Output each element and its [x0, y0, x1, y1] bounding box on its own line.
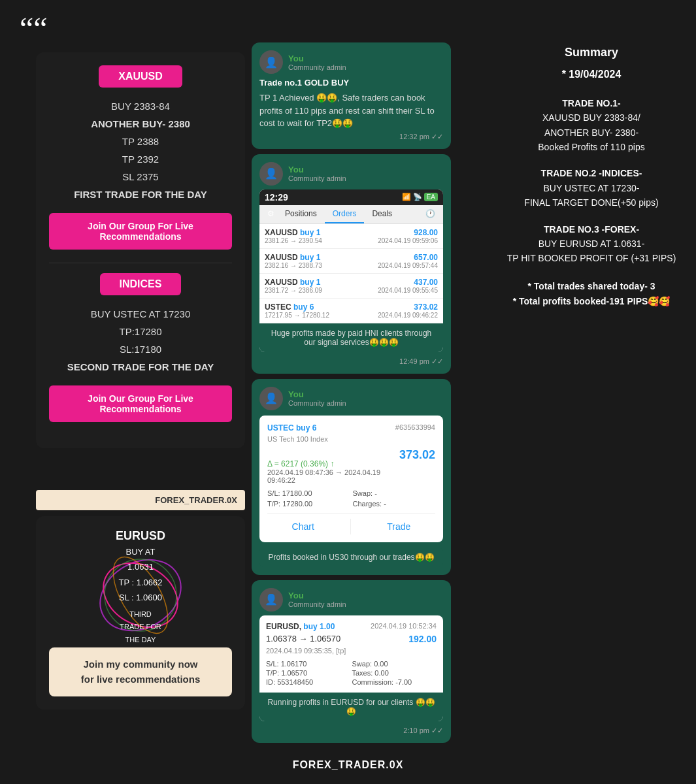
mt4-filter-icon: ⚙	[265, 205, 277, 223]
ustec-footer: Profits booked in US30 through our trade…	[259, 547, 443, 567]
indices-badge: INDICES	[100, 273, 182, 295]
summary-total-trades: * Total trades shared today- 3 * Total p…	[500, 279, 683, 310]
summary-panel: Summary * 19/04/2024 TRADE NO.1- XAUUSD …	[500, 42, 683, 310]
xauusd-badge: XAUUSD	[99, 65, 182, 88]
join-group-button-2[interactable]: Join Our Group For Live Recommendations	[49, 385, 232, 422]
trade-label-1: Trade no.1 GOLD BUY	[259, 78, 443, 88]
join-community-button[interactable]: Join my community now for live recommend…	[49, 647, 232, 696]
summary-title: Summary	[500, 42, 683, 63]
chat-time-1: 12:32 pm ✓✓	[259, 133, 443, 141]
action-divider	[350, 519, 351, 534]
mt4-row-4: USTEC buy 6 373.02 17217.95 → 17280.12 2…	[259, 299, 443, 323]
avatar-1: 👤	[259, 50, 283, 74]
mt4-row-1: XAUUSD buy 1 928.00 2381.26 → 2390.54 20…	[259, 224, 443, 249]
chat-header-mt4: 👤 You Community admin	[259, 162, 443, 186]
mt4-tab-deals[interactable]: Deals	[364, 205, 400, 223]
ustec-card: USTEC buy 6 #635633994 US Tech 100 Index…	[259, 416, 443, 542]
chat-bubble-mt4: 👤 You Community admin 12:29 📶 📡 EA ⚙ Pos…	[252, 154, 451, 374]
mt4-tabs: ⚙ Positions Orders Deals 🕐	[259, 205, 443, 224]
xauusd-details: BUY 2383-84 ANOTHER BUY- 2380 TP 2388 TP…	[49, 97, 232, 203]
circle-container: BUY AT 1.0631 TP : 1.0662 SL : 1.0600 TH…	[95, 549, 186, 641]
mt4-row-2: XAUUSD buy 1 657.00 2382.16 → 2388.73 20…	[259, 249, 443, 274]
ustec-header: USTEC buy 6 #635633994	[267, 423, 435, 433]
eurusd-card-inner: EURUSD, buy 1.00 2024.04.19 10:52:34 1.0…	[259, 615, 443, 693]
mt4-clock-icon: 🕐	[423, 205, 438, 223]
mt4-tab-positions[interactable]: Positions	[277, 205, 325, 223]
chat-message-1: 👤 You Community admin Trade no.1 GOLD BU…	[252, 42, 451, 149]
eurusd-top-row: EURUSD, buy 1.00 2024.04.19 10:52:34	[266, 622, 437, 631]
chart-button[interactable]: Chart	[279, 519, 327, 534]
eurusd-chat-card: EURUSD, buy 1.00 2024.04.19 10:52:34 1.0…	[259, 615, 443, 721]
avatar-eurusd: 👤	[259, 588, 283, 612]
avatar-mt4: 👤	[259, 162, 283, 186]
mt4-footer: Huge profits made by paid HNI clients th…	[259, 323, 443, 352]
trade-button[interactable]: Trade	[374, 519, 423, 534]
summary-trade-3: TRADE NO.3 -FOREX- BUY EURUSD AT 1.0631-…	[500, 222, 683, 266]
eurusd-time-stamp: 2:10 pm ✓✓	[259, 727, 443, 735]
summary-trade-1: TRADE NO.1- XAUUSD BUY 2383-84/ ANOTHER …	[500, 96, 683, 155]
mt4-time-stamp: 12:49 pm ✓✓	[259, 357, 443, 366]
chat-header-1: 👤 You Community admin	[259, 50, 443, 74]
chat-header-eurusd: 👤 You Community admin	[259, 588, 443, 612]
summary-trade-2: TRADE NO.2 -INDICES- BUY USTEC AT 17230-…	[500, 166, 683, 210]
chat-bubble-eurusd: 👤 You Community admin EURUSD, buy 1.00 2…	[252, 580, 451, 743]
indices-details: BUY USTEC AT 17230 TP:17280 SL:17180 SEC…	[49, 305, 232, 376]
eurusd-price-row: 1.06378 → 1.06570 192.00	[266, 634, 437, 644]
ustec-details: S/L: 17180.00 Swap: - T/P: 17280.00 Char…	[267, 489, 435, 508]
mt4-panel: 12:29 📶 📡 EA ⚙ Positions Orders Deals 🕐 …	[259, 189, 443, 352]
eurusd-title: EURUSD	[49, 529, 232, 543]
eurusd-footer: Running profits in EURUSD for our client…	[259, 693, 443, 721]
mt4-tab-orders[interactable]: Orders	[325, 205, 365, 223]
eurusd-tp-date: 2024.04.19 09:35:35, [tp]	[266, 647, 437, 655]
ustec-price-profit: 17217.95 → 17280.12 Δ = 6217 (0.36%) ↑ 2…	[267, 448, 435, 489]
ustec-actions: Chart Trade	[267, 513, 435, 534]
chat-panel: 👤 You Community admin Trade no.1 GOLD BU…	[252, 42, 451, 748]
eurusd-circle-text: BUY AT 1.0631 TP : 1.0662 SL : 1.0600 TH…	[118, 544, 163, 647]
forex-watermark-left: FOREX_TRADER.0X	[36, 490, 245, 510]
user-info-ustec: You Community admin	[288, 389, 346, 407]
user-info-eurusd: You Community admin	[288, 591, 346, 608]
mt4-row-3: XAUUSD buy 1 437.00 2381.72 → 2386.09 20…	[259, 274, 443, 299]
eurusd-section: EURUSD BUY AT 1.0631 TP : 1.0662 SL : 1.…	[36, 516, 245, 710]
mt4-header: 12:29 📶 📡 EA	[259, 189, 443, 205]
summary-date: * 19/04/2024	[500, 65, 683, 83]
chat-header-ustec: 👤 You Community admin	[259, 387, 443, 410]
eurusd-detail-grid: S/L: 1.06170 Swap: 0.00 T/P: 1.06570 Tax…	[266, 660, 437, 686]
chat-text-1: TP 1 Achieved 🤑🤑, Safe traders can book …	[259, 91, 443, 130]
user-info-1: You Community admin	[288, 54, 346, 71]
chat-bubble-ustec: 👤 You Community admin USTEC buy 6 #63563…	[252, 379, 451, 575]
left-panel: XAUUSD BUY 2383-84 ANOTHER BUY- 2380 TP …	[36, 52, 245, 448]
avatar-ustec: 👤	[259, 387, 283, 410]
bottom-watermark: FOREX_TRADER.0X	[293, 759, 404, 771]
divider-1	[49, 263, 232, 263]
join-group-button-1[interactable]: Join Our Group For Live Recommendations	[49, 213, 232, 250]
quote-icon: ““	[20, 13, 48, 44]
user-info-mt4: You Community admin	[288, 165, 346, 182]
